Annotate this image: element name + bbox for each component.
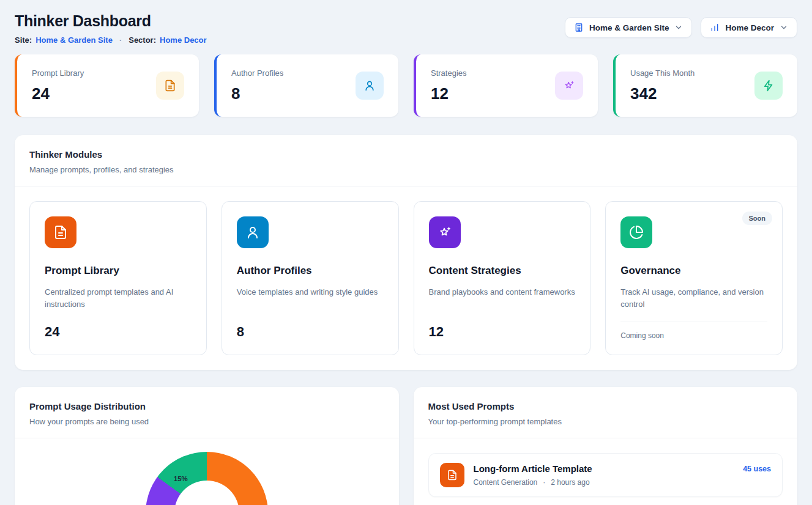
module-card-prompt-library[interactable]: Prompt Library Centralized prompt templa… bbox=[29, 201, 207, 355]
stat-value: 12 bbox=[431, 84, 467, 103]
modules-header: Thinker Modules Manage prompts, profiles… bbox=[15, 135, 797, 186]
bar-chart-icon bbox=[710, 23, 720, 32]
person-icon bbox=[356, 72, 384, 100]
breadcrumb-separator: · bbox=[119, 35, 122, 45]
building-icon bbox=[574, 23, 584, 32]
sparkle-star-icon bbox=[429, 216, 461, 248]
soon-badge: Soon bbox=[742, 212, 773, 225]
dashboard-page: Thinker Dashboard Site: Home & Garden Si… bbox=[0, 0, 812, 505]
chevron-down-icon bbox=[674, 23, 683, 32]
prompt-list-item[interactable]: Long-form Article Template Content Gener… bbox=[428, 453, 783, 497]
module-description: Centralized prompt templates and AI inst… bbox=[45, 286, 192, 311]
breadcrumb: Site: Home & Garden Site · Sector: Home … bbox=[15, 35, 207, 45]
coming-soon-note: Coming soon bbox=[620, 322, 767, 340]
usage-panel-title: Prompt Usage Distribution bbox=[29, 401, 384, 411]
prompt-time: 2 hours ago bbox=[551, 478, 589, 487]
stat-card-usage: Usage This Month 342 bbox=[613, 54, 797, 117]
sector-selector-label: Home Decor bbox=[725, 23, 774, 32]
module-description: Voice templates and writing style guides bbox=[237, 286, 384, 298]
prompt-meta: Content Generation · 2 hours ago bbox=[474, 478, 592, 487]
stat-text: Usage This Month 342 bbox=[630, 68, 695, 103]
site-link[interactable]: Home & Garden Site bbox=[35, 35, 113, 45]
stat-text: Author Profiles 8 bbox=[231, 68, 283, 103]
module-count: 24 bbox=[45, 313, 192, 340]
usage-distribution-panel: Prompt Usage Distribution How your promp… bbox=[15, 387, 399, 505]
usage-panel-subtitle: How your prompts are being used bbox=[29, 417, 384, 426]
module-card-author-profiles[interactable]: Author Profiles Voice templates and writ… bbox=[222, 201, 399, 355]
module-description: Brand playbooks and content frameworks bbox=[429, 286, 576, 298]
stat-label: Usage This Month bbox=[630, 68, 695, 78]
stat-card-strategies: Strategies 12 bbox=[414, 54, 598, 117]
donut-hole bbox=[174, 481, 239, 505]
prompts-list: Long-form Article Template Content Gener… bbox=[414, 438, 798, 505]
site-label: Site: bbox=[15, 35, 32, 45]
document-icon bbox=[156, 72, 184, 100]
stat-value: 8 bbox=[231, 84, 283, 103]
stat-text: Prompt Library 24 bbox=[32, 68, 84, 103]
module-title: Content Strategies bbox=[429, 265, 576, 277]
stat-label: Author Profiles bbox=[231, 68, 283, 78]
usage-chart-area: 15% bbox=[15, 438, 399, 505]
module-title: Prompt Library bbox=[45, 265, 192, 277]
stat-label: Strategies bbox=[431, 68, 467, 78]
prompt-text: Long-form Article Template Content Gener… bbox=[474, 463, 592, 487]
usage-panel-header: Prompt Usage Distribution How your promp… bbox=[15, 387, 399, 438]
modules-subtitle: Manage prompts, profiles, and strategies bbox=[29, 165, 783, 174]
sector-label: Sector: bbox=[129, 35, 156, 45]
donut-segment-label: 15% bbox=[174, 475, 188, 482]
document-icon bbox=[45, 216, 76, 248]
site-selector[interactable]: Home & Garden Site bbox=[565, 17, 693, 38]
stats-row: Prompt Library 24 Author Profiles 8 Stra… bbox=[15, 54, 797, 117]
thinker-modules-section: Thinker Modules Manage prompts, profiles… bbox=[15, 135, 797, 370]
pie-chart-icon bbox=[620, 216, 652, 248]
stat-value: 342 bbox=[630, 84, 695, 103]
bottom-row: Prompt Usage Distribution How your promp… bbox=[15, 387, 797, 505]
module-card-governance[interactable]: Soon Governance Track AI usage, complian… bbox=[605, 201, 783, 355]
sector-selector[interactable]: Home Decor bbox=[701, 17, 797, 38]
page-title: Thinker Dashboard bbox=[15, 12, 207, 30]
prompt-title: Long-form Article Template bbox=[474, 463, 592, 474]
prompt-meta-separator: · bbox=[543, 478, 545, 487]
stat-value: 24 bbox=[32, 84, 84, 103]
header-left: Thinker Dashboard Site: Home & Garden Si… bbox=[15, 12, 207, 45]
prompts-panel-subtitle: Your top-performing prompt templates bbox=[428, 417, 783, 426]
most-used-prompts-panel: Most Used Prompts Your top-performing pr… bbox=[414, 387, 798, 505]
module-count: 12 bbox=[429, 313, 576, 340]
chevron-down-icon bbox=[780, 23, 788, 32]
header-selectors: Home & Garden Site Home Decor bbox=[565, 12, 797, 38]
stat-card-prompt-library: Prompt Library 24 bbox=[15, 54, 199, 117]
prompts-panel-title: Most Used Prompts bbox=[428, 401, 783, 411]
stat-text: Strategies 12 bbox=[431, 68, 467, 103]
prompt-uses-badge: 45 uses bbox=[743, 463, 771, 473]
modules-title: Thinker Modules bbox=[29, 149, 783, 160]
module-card-content-strategies[interactable]: Content Strategies Brand playbooks and c… bbox=[414, 201, 591, 355]
usage-donut: 15% bbox=[146, 452, 268, 505]
module-description: Track AI usage, compliance, and version … bbox=[620, 286, 767, 311]
person-icon bbox=[237, 216, 269, 248]
modules-grid: Prompt Library Centralized prompt templa… bbox=[15, 186, 797, 370]
site-selector-label: Home & Garden Site bbox=[589, 23, 669, 32]
sector-link[interactable]: Home Decor bbox=[160, 35, 207, 45]
stat-label: Prompt Library bbox=[32, 68, 84, 78]
module-count: 8 bbox=[237, 313, 384, 340]
module-title: Governance bbox=[620, 265, 767, 277]
sparkle-star-icon bbox=[555, 72, 583, 100]
prompts-panel-header: Most Used Prompts Your top-performing pr… bbox=[414, 387, 798, 438]
document-icon bbox=[440, 463, 464, 487]
header: Thinker Dashboard Site: Home & Garden Si… bbox=[15, 12, 797, 45]
stat-card-author-profiles: Author Profiles 8 bbox=[214, 54, 398, 117]
prompt-category: Content Generation bbox=[474, 478, 538, 487]
lightning-icon bbox=[754, 72, 783, 100]
module-title: Author Profiles bbox=[237, 265, 384, 277]
